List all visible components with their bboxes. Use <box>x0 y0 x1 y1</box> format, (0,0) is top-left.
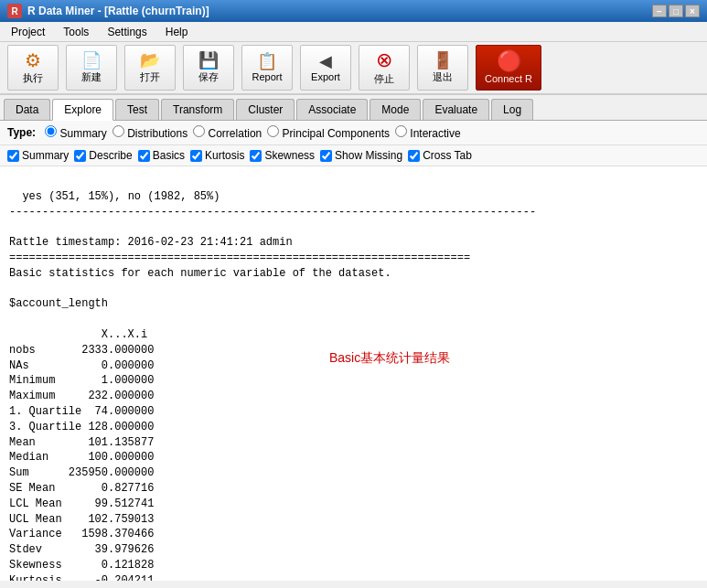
menu-project[interactable]: Project <box>4 24 52 40</box>
type-options-row: Type: Summary Distributions Correlation … <box>0 121 707 145</box>
tab-mode[interactable]: Mode <box>370 99 421 120</box>
tab-data[interactable]: Data <box>4 99 50 120</box>
cb-summary[interactable] <box>7 150 19 162</box>
open-button[interactable]: 📂 打开 <box>124 45 176 91</box>
open-icon: 📂 <box>140 52 160 69</box>
cb-showmissing[interactable] <box>320 150 332 162</box>
report-icon: 📋 <box>257 53 277 69</box>
report-label: Report <box>252 71 282 82</box>
radio-interactive-label[interactable]: Interactive <box>395 125 461 140</box>
open-label: 打开 <box>140 70 160 84</box>
cb-showmissing-label[interactable]: Show Missing <box>320 149 402 162</box>
cb-crosstab-label[interactable]: Cross Tab <box>408 149 472 162</box>
type-label: Type: <box>7 126 36 139</box>
stop-button[interactable]: ⊗ 停止 <box>359 45 410 91</box>
output-text: yes (351, 15%), no (1982, 85%) ---------… <box>9 190 536 581</box>
save-label: 保存 <box>198 70 219 84</box>
tab-bar: Data Explore Test Transform Cluster Asso… <box>0 95 707 121</box>
report-button[interactable]: 📋 Report <box>241 45 293 91</box>
annotation-text: Basic基本统计量结果 <box>329 349 450 368</box>
radio-pca[interactable] <box>267 125 279 137</box>
connect-icon: 🔴 <box>497 51 521 71</box>
stop-icon: ⊗ <box>376 50 392 70</box>
content-area: yes (351, 15%), no (1982, 85%) ---------… <box>0 166 707 581</box>
cb-describe-label[interactable]: Describe <box>74 149 132 162</box>
menu-settings[interactable]: Settings <box>100 24 154 40</box>
window-controls[interactable]: − □ × <box>652 5 700 17</box>
close-button[interactable]: × <box>685 5 700 17</box>
radio-distributions[interactable] <box>112 125 124 137</box>
cb-crosstab[interactable] <box>408 150 420 162</box>
exit-icon: 🚪 <box>433 52 453 69</box>
save-icon: 💾 <box>198 52 219 69</box>
menu-tools[interactable]: Tools <box>56 24 96 40</box>
radio-summary[interactable] <box>45 125 57 137</box>
cb-describe[interactable] <box>74 150 86 162</box>
tab-transform[interactable]: Transform <box>161 99 234 120</box>
connect-button[interactable]: 🔴 Connect R <box>476 45 541 91</box>
cb-kurtosis-label[interactable]: Kurtosis <box>190 149 244 162</box>
save-button[interactable]: 💾 保存 <box>183 45 234 91</box>
cb-kurtosis[interactable] <box>190 150 202 162</box>
execute-label: 执行 <box>23 71 43 85</box>
radio-correlation[interactable] <box>193 125 205 137</box>
new-button[interactable]: 📄 新建 <box>66 45 117 91</box>
cb-basics[interactable] <box>138 150 150 162</box>
cb-basics-label[interactable]: Basics <box>138 149 185 162</box>
exit-button[interactable]: 🚪 退出 <box>417 45 468 91</box>
cb-skewness[interactable] <box>250 150 262 162</box>
cb-skewness-label[interactable]: Skewness <box>250 149 315 162</box>
radio-correlation-label[interactable]: Correlation <box>193 125 262 140</box>
execute-button[interactable]: ⚙ 执行 <box>7 45 59 91</box>
radio-summary-label[interactable]: Summary <box>45 125 107 140</box>
toolbar: ⚙ 执行 📄 新建 📂 打开 💾 保存 📋 Report ◀ Export ⊗ … <box>0 42 707 95</box>
stop-label: 停止 <box>374 72 394 86</box>
title-text: R Data Miner - [Rattle (churnTrain)] <box>27 5 209 17</box>
checkboxes-row: Summary Describe Basics Kurtosis Skewnes… <box>0 145 707 166</box>
export-label: Export <box>311 71 340 82</box>
cb-summary-label[interactable]: Summary <box>7 149 69 162</box>
tab-evaluate[interactable]: Evaluate <box>423 99 489 120</box>
tab-explore[interactable]: Explore <box>52 99 113 121</box>
export-icon: ◀ <box>319 53 332 69</box>
tab-cluster[interactable]: Cluster <box>236 99 295 120</box>
new-label: 新建 <box>81 70 102 84</box>
app-icon: R <box>7 4 22 18</box>
tab-test[interactable]: Test <box>115 99 159 120</box>
connect-label: Connect R <box>485 73 532 84</box>
execute-icon: ⚙ <box>25 51 41 69</box>
menu-bar: Project Tools Settings Help <box>0 22 707 42</box>
radio-distributions-label[interactable]: Distributions <box>112 125 187 140</box>
radio-interactive[interactable] <box>395 125 407 137</box>
exit-label: 退出 <box>433 70 453 84</box>
new-icon: 📄 <box>81 52 102 69</box>
export-button[interactable]: ◀ Export <box>300 45 351 91</box>
menu-help[interactable]: Help <box>158 24 196 40</box>
maximize-button[interactable]: □ <box>669 5 683 17</box>
title-bar: R R Data Miner - [Rattle (churnTrain)] −… <box>0 0 707 22</box>
tab-associate[interactable]: Associate <box>296 99 368 120</box>
tab-log[interactable]: Log <box>491 99 533 120</box>
radio-pca-label[interactable]: Principal Components <box>267 125 390 140</box>
minimize-button[interactable]: − <box>652 5 667 17</box>
